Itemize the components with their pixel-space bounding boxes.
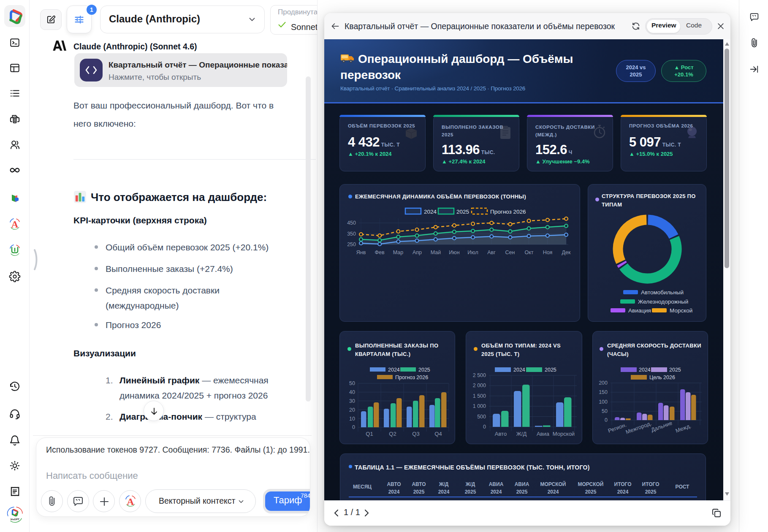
svg-text:Авиация: Авиация xyxy=(628,307,651,314)
svg-text:0: 0 xyxy=(483,424,486,430)
svg-text:Q2: Q2 xyxy=(389,431,396,437)
svg-text:Июл: Июл xyxy=(467,250,478,255)
svg-text:Июн: Июн xyxy=(449,250,459,255)
svg-text:Q4: Q4 xyxy=(434,431,442,437)
svg-text:Янв: Янв xyxy=(356,250,366,255)
svg-text:250: 250 xyxy=(347,242,356,247)
svg-text:50: 50 xyxy=(349,380,355,386)
svg-text:A: A xyxy=(127,496,134,507)
svg-text:Фев: Фев xyxy=(375,250,384,255)
svg-text:Ж/Д: Ж/Д xyxy=(439,481,449,487)
svg-text:1 500: 1 500 xyxy=(473,393,486,399)
svg-text:20: 20 xyxy=(349,407,355,413)
svg-text:A: A xyxy=(11,219,18,230)
svg-text:Цель 2026: Цель 2026 xyxy=(649,375,675,380)
svg-text:VisGPT: VisGPT xyxy=(10,518,19,521)
svg-text:500: 500 xyxy=(477,414,486,420)
svg-text:30: 30 xyxy=(349,398,355,404)
svg-text:Ж/Д: Ж/Д xyxy=(516,431,527,437)
svg-text:АВТО: АВТО xyxy=(387,481,401,487)
svg-text:Ж/Д: Ж/Д xyxy=(465,481,475,487)
svg-text:Q3: Q3 xyxy=(412,431,419,437)
svg-text:2025: 2025 xyxy=(413,489,425,495)
svg-text:РОСТ: РОСТ xyxy=(676,484,690,490)
svg-text:2025: 2025 xyxy=(418,367,430,373)
svg-text:2024: 2024 xyxy=(491,489,502,495)
svg-text:200: 200 xyxy=(599,380,608,386)
svg-text:100: 100 xyxy=(599,399,608,405)
svg-text:2025: 2025 xyxy=(585,489,597,495)
svg-text:Прогноз 2026: Прогноз 2026 xyxy=(395,375,428,380)
svg-text:2024: 2024 xyxy=(548,489,559,495)
svg-text:2025: 2025 xyxy=(456,209,469,215)
svg-text:МЕСЯЦ: МЕСЯЦ xyxy=(353,484,372,490)
svg-text:2025: 2025 xyxy=(465,489,476,495)
svg-text:2025: 2025 xyxy=(645,489,657,495)
svg-text:Дек: Дек xyxy=(562,250,571,255)
svg-text:Май: Май xyxy=(431,250,441,255)
svg-text:Межд.: Межд. xyxy=(675,423,692,434)
svg-text:0: 0 xyxy=(605,417,608,423)
svg-text:50: 50 xyxy=(602,408,608,414)
svg-text:МОРСКОЙ: МОРСКОЙ xyxy=(540,481,566,487)
svg-text:АВТО: АВТО xyxy=(412,481,426,487)
svg-text:Апр: Апр xyxy=(412,250,422,255)
svg-text:0: 0 xyxy=(352,424,355,430)
svg-text:Ноя: Ноя xyxy=(543,250,553,255)
svg-text:450: 450 xyxy=(347,220,356,226)
svg-text:1 000: 1 000 xyxy=(473,403,486,409)
svg-text:2 500: 2 500 xyxy=(473,372,486,378)
svg-text:Морской: Морской xyxy=(553,431,575,437)
svg-text:2024: 2024 xyxy=(513,367,525,373)
svg-text:Железнодорожный: Железнодорожный xyxy=(638,299,688,305)
svg-text:350: 350 xyxy=(347,231,356,237)
svg-text:Авг: Авг xyxy=(487,250,496,255)
svg-text:Окт: Окт xyxy=(524,250,533,255)
svg-text:АВИА: АВИА xyxy=(489,481,504,487)
svg-text:2025: 2025 xyxy=(516,489,528,495)
svg-text:2024: 2024 xyxy=(424,209,437,215)
svg-text:Межгород.: Межгород. xyxy=(625,420,652,435)
svg-text:2024: 2024 xyxy=(438,489,450,495)
svg-text:АВИА: АВИА xyxy=(515,481,529,487)
svg-text:Авиа: Авиа xyxy=(537,431,550,437)
svg-text:ИТОГО: ИТОГО xyxy=(614,481,632,487)
svg-text:2025: 2025 xyxy=(545,367,556,373)
svg-text:Мар: Мар xyxy=(393,250,404,255)
svg-text:10: 10 xyxy=(349,416,355,422)
svg-text:2024: 2024 xyxy=(388,367,400,373)
svg-text:2025: 2025 xyxy=(669,367,681,373)
svg-text:150: 150 xyxy=(599,389,608,395)
svg-text:40: 40 xyxy=(349,389,355,395)
svg-text:2024: 2024 xyxy=(617,489,629,495)
svg-text:2024: 2024 xyxy=(388,489,400,495)
svg-text:2024: 2024 xyxy=(639,367,651,373)
svg-text:Авто: Авто xyxy=(495,431,507,437)
svg-text:Регион.: Регион. xyxy=(607,421,627,434)
svg-text:Дальние: Дальние xyxy=(650,420,673,433)
svg-text:ИТОГО: ИТОГО xyxy=(642,481,659,487)
svg-text:Прогноз 2026: Прогноз 2026 xyxy=(490,209,526,215)
svg-text:Автомобильный: Автомобильный xyxy=(641,289,684,296)
svg-text:МОРСКОЙ: МОРСКОЙ xyxy=(578,481,604,487)
svg-text:2 000: 2 000 xyxy=(473,383,486,388)
svg-text:Q1: Q1 xyxy=(366,431,373,437)
svg-text:Сен: Сен xyxy=(505,250,515,255)
svg-text:Морской: Морской xyxy=(670,307,692,314)
